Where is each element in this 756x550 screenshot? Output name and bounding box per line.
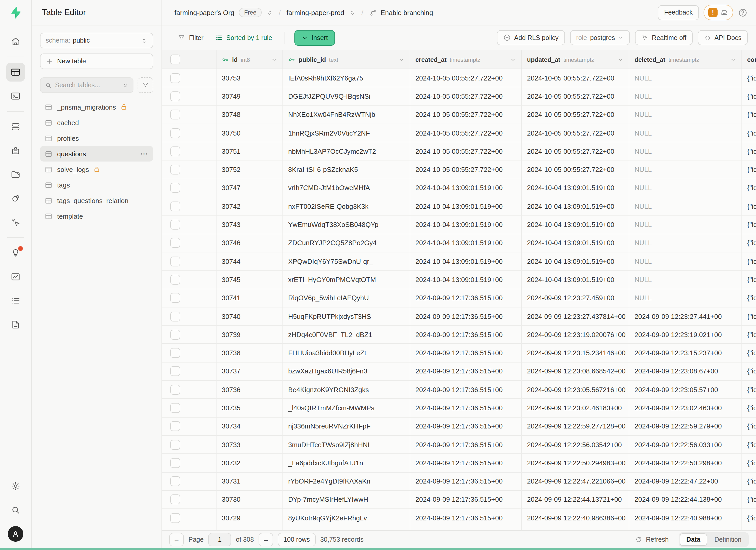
row-checkbox[interactable] bbox=[170, 293, 180, 303]
column-header-content[interactable]: contentjsonb bbox=[742, 50, 756, 69]
sidebar-item-table-cached[interactable]: cached bbox=[40, 115, 153, 130]
cell-id[interactable]: 30729 bbox=[217, 509, 283, 527]
cell-id[interactable]: 30752 bbox=[217, 161, 283, 179]
cell-content[interactable]: {"id":"_Id9aLyJpMHQLaiQ0 bbox=[742, 472, 756, 490]
row-checkbox[interactable] bbox=[170, 220, 180, 230]
tab-data[interactable]: Data bbox=[680, 533, 707, 546]
cell-public_id[interactable]: DYp-7mcyMSIrHefLYIwwH bbox=[283, 491, 410, 509]
cell-created_at[interactable]: 2024-09-09 12:17:36.515+00 bbox=[410, 491, 522, 509]
cell-deleted_at[interactable]: 2024-09-09 12:22:37.958+00 bbox=[629, 527, 742, 530]
rail-item-logs[interactable] bbox=[6, 291, 25, 310]
cell-id[interactable]: 30748 bbox=[217, 106, 283, 124]
cell-public_id[interactable]: ZDCunRYJP2CQ5Z8Po2Gy4 bbox=[283, 234, 410, 252]
cell-content[interactable]: {"id":"_Id9aLyJpMHQLaiQ0 bbox=[742, 436, 756, 454]
cell-id[interactable]: 30744 bbox=[217, 252, 283, 270]
cell-deleted_at[interactable]: 2024-09-09 12:22:47.22+00 bbox=[629, 472, 742, 490]
cell-public_id[interactable]: vrIh7CMD-JtM1bOweMHfA bbox=[283, 179, 410, 197]
rail-item-table-editor[interactable] bbox=[6, 63, 25, 82]
cell-id[interactable]: 30738 bbox=[217, 344, 283, 362]
cell-created_at[interactable]: 2024-10-04 13:09:01.519+00 bbox=[410, 252, 522, 270]
cell-public_id[interactable]: rYbORF2e4YgDt9fKAXaKn bbox=[283, 472, 410, 490]
cell-id[interactable]: 30737 bbox=[217, 363, 283, 380]
cell-id[interactable]: 30734 bbox=[217, 417, 283, 435]
breadcrumb-project[interactable]: farming-paper-prod bbox=[287, 9, 345, 16]
chevron-down-icon[interactable] bbox=[730, 56, 736, 63]
search-tables-input[interactable]: Search tables... bbox=[40, 77, 133, 93]
chevron-down-icon[interactable] bbox=[398, 56, 404, 63]
cell-public_id[interactable]: 1hnRQjxSRm2V0VticY2NF bbox=[283, 124, 410, 142]
new-table-button[interactable]: New table bbox=[40, 53, 153, 69]
rail-item-search[interactable] bbox=[6, 501, 25, 519]
cell-public_id[interactable]: 3muDHTceTWso9IZj8hHNI bbox=[283, 436, 410, 454]
add-rls-policy-button[interactable]: Add RLS policy bbox=[497, 30, 565, 45]
cell-id[interactable]: 30751 bbox=[217, 142, 283, 160]
cell-deleted_at[interactable]: 2024-09-09 12:23:05.57+00 bbox=[629, 381, 742, 399]
rail-item-storage[interactable] bbox=[6, 165, 25, 184]
sidebar-item-table-questions[interactable]: questions⋯ bbox=[40, 146, 153, 162]
cell-public_id[interactable]: H5uqFKpRUTPkjxdysT3HS bbox=[283, 307, 410, 325]
column-header-created_at[interactable]: created_attimestamptz bbox=[410, 50, 522, 69]
sidebar-item-table-template[interactable]: template bbox=[40, 208, 153, 224]
cell-created_at[interactable]: 2024-09-09 12:17:36.515+00 bbox=[410, 399, 522, 417]
cell-updated_at[interactable]: 2024-10-05 00:55:27.722+00 bbox=[522, 88, 629, 105]
rows-per-page-button[interactable]: 100 rows bbox=[278, 533, 315, 546]
cell-updated_at[interactable]: 2024-09-09 12:23:05.567216+00 bbox=[522, 381, 629, 399]
cell-id[interactable]: 30745 bbox=[217, 271, 283, 289]
role-select[interactable]: role postgres bbox=[570, 30, 630, 45]
row-checkbox[interactable] bbox=[170, 256, 180, 266]
cell-created_at[interactable]: 2024-09-09 12:17:36.515+00 bbox=[410, 436, 522, 454]
cell-content[interactable]: {"id":"_Id9aLyJpMHQLaiQ0 bbox=[742, 363, 756, 380]
cell-public_id[interactable]: DGEJfJZPQUV9Q-IBqsNSi bbox=[283, 88, 410, 105]
rail-item-edge-functions[interactable] bbox=[6, 189, 25, 208]
cell-updated_at[interactable]: 2024-09-09 12:23:08.668542+00 bbox=[522, 363, 629, 380]
cell-id[interactable]: 30733 bbox=[217, 436, 283, 454]
cell-public_id[interactable]: IEfA0sRh9hIXf62Y6ga75 bbox=[283, 69, 410, 87]
enable-branching-button[interactable]: Enable branching bbox=[369, 9, 433, 16]
cell-deleted_at[interactable]: 2024-09-09 12:22:50.298+00 bbox=[629, 454, 742, 472]
cell-id[interactable]: 30747 bbox=[217, 179, 283, 197]
updown-chevrons-icon[interactable] bbox=[266, 9, 273, 16]
cell-public_id[interactable]: FHHUioa3bidd00BHyLeZt bbox=[283, 344, 410, 362]
cell-content[interactable]: {"id":"_Id9aLyJpMHQLaiQ0 bbox=[742, 509, 756, 527]
cell-deleted_at[interactable]: 2024-09-09 12:22:59.279+00 bbox=[629, 417, 742, 435]
cell-content[interactable]: {"id":"15LSIyT0JGMf3KI4Vn bbox=[742, 216, 756, 234]
cell-updated_at[interactable]: 2024-10-04 13:09:01.519+00 bbox=[522, 252, 629, 270]
row-checkbox[interactable] bbox=[170, 385, 180, 394]
sidebar-item-table-tags_questions_relation[interactable]: tags_questions_relation bbox=[40, 193, 153, 208]
rail-item-api-docs[interactable] bbox=[6, 315, 25, 334]
updown-chevrons-icon[interactable] bbox=[349, 9, 356, 16]
realtime-toggle-button[interactable]: Realtime off bbox=[635, 30, 693, 45]
cell-created_at[interactable]: 2024-10-04 13:09:01.519+00 bbox=[410, 197, 522, 215]
cell-id[interactable]: 30749 bbox=[217, 88, 283, 105]
sidebar-item-table-solve_logs[interactable]: solve_logs bbox=[40, 162, 153, 177]
row-checkbox[interactable] bbox=[170, 110, 180, 119]
cell-public_id[interactable]: zHDq4c0F0VBF_TL2_dBZ1 bbox=[283, 326, 410, 344]
cell-updated_at[interactable]: 2024-10-05 00:55:27.722+00 bbox=[522, 124, 629, 142]
row-checkbox[interactable] bbox=[170, 128, 180, 138]
rail-item-reports[interactable] bbox=[6, 267, 25, 286]
cell-deleted_at[interactable]: 2024-09-09 12:22:44.138+00 bbox=[629, 491, 742, 509]
page-number-input[interactable]: 1 bbox=[208, 533, 231, 546]
cell-public_id[interactable]: bzwXazHgax6UIR58j6Fn3 bbox=[283, 363, 410, 380]
cell-content[interactable]: {"id":"_Id9aLyJpMHQLaiQ0 bbox=[742, 326, 756, 344]
cell-id[interactable]: 30728 bbox=[217, 527, 283, 530]
tab-definition[interactable]: Definition bbox=[708, 534, 748, 545]
row-checkbox[interactable] bbox=[170, 495, 180, 505]
cell-public_id[interactable]: YwEmuWdqT38XoSB048QYp bbox=[283, 216, 410, 234]
cell-updated_at[interactable]: 2024-09-09 12:23:19.020076+00 bbox=[522, 326, 629, 344]
cell-created_at[interactable]: 2024-10-04 13:09:01.519+00 bbox=[410, 216, 522, 234]
rail-item-auth[interactable] bbox=[6, 141, 25, 160]
cell-updated_at[interactable]: 2024-09-09 12:22:44.13721+00 bbox=[522, 491, 629, 509]
cell-updated_at[interactable]: 2024-09-09 12:23:02.46183+00 bbox=[522, 399, 629, 417]
cell-created_at[interactable]: 2024-09-09 12:17:36.515+00 bbox=[410, 454, 522, 472]
next-page-button[interactable]: → bbox=[259, 533, 273, 546]
notifications-button[interactable]: ! bbox=[704, 5, 733, 20]
cell-updated_at[interactable]: 2024-09-09 12:22:37.955419+00 bbox=[522, 527, 629, 530]
cell-public_id[interactable]: nxFT002ISeRE-Qobg3K3k bbox=[283, 197, 410, 215]
cell-updated_at[interactable]: 2024-10-04 13:09:01.519+00 bbox=[522, 179, 629, 197]
cell-created_at[interactable]: 2024-09-09 12:17:36.515+00 bbox=[410, 344, 522, 362]
sidebar-filter-button[interactable] bbox=[138, 77, 153, 93]
cell-deleted_at[interactable]: 2024-09-09 12:23:15.237+00 bbox=[629, 344, 742, 362]
cell-content[interactable]: {"id":"_Id9aLyJpMHQLaiQ0 bbox=[742, 491, 756, 509]
cell-deleted_at[interactable]: NULL bbox=[629, 197, 742, 215]
